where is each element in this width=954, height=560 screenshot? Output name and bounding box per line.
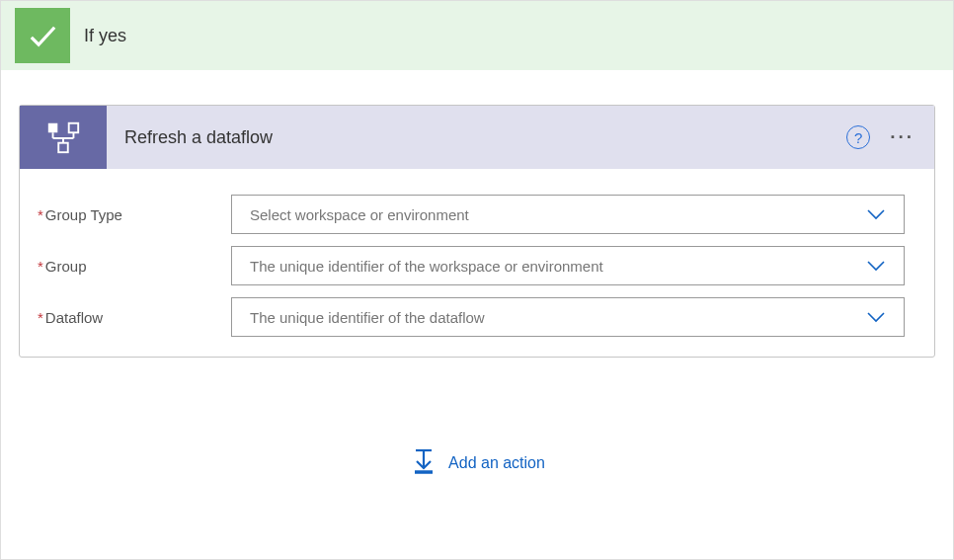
- required-asterisk: *: [38, 258, 43, 275]
- add-action-button[interactable]: Add an action: [19, 446, 935, 480]
- field-label-group: *Group: [34, 258, 231, 275]
- dropdown-placeholder: The unique identifier of the workspace o…: [250, 258, 603, 275]
- label-text: Group Type: [45, 206, 122, 223]
- dropdown-group[interactable]: The unique identifier of the workspace o…: [231, 246, 905, 285]
- form-row-group-type: *Group Type Select workspace or environm…: [34, 195, 905, 234]
- required-asterisk: *: [38, 206, 43, 223]
- if-yes-title: If yes: [84, 26, 126, 46]
- insert-step-icon: [409, 446, 438, 480]
- field-label-group-type: *Group Type: [34, 206, 231, 223]
- chevron-down-icon: [866, 311, 886, 323]
- condition-branch-container: If yes Refresh a dataflow: [0, 0, 954, 560]
- form-row-group: *Group The unique identifier of the work…: [34, 246, 905, 285]
- dataflow-icon: [20, 106, 107, 169]
- chevron-down-icon: [866, 260, 886, 272]
- checkmark-icon: [15, 8, 70, 63]
- if-yes-header[interactable]: If yes: [1, 1, 953, 70]
- help-icon[interactable]: ?: [846, 125, 870, 149]
- dropdown-group-type[interactable]: Select workspace or environment: [231, 195, 905, 234]
- chevron-down-icon: [866, 208, 886, 220]
- content-area: Refresh a dataflow ? ··· *Group Type Sel…: [1, 70, 953, 480]
- label-text: Group: [45, 258, 87, 275]
- field-label-dataflow: *Dataflow: [34, 309, 231, 326]
- svg-rect-2: [58, 143, 68, 153]
- dropdown-placeholder: The unique identifier of the dataflow: [250, 309, 485, 326]
- more-menu-icon[interactable]: ···: [890, 126, 914, 148]
- help-symbol: ?: [854, 129, 862, 146]
- dropdown-placeholder: Select workspace or environment: [250, 206, 469, 223]
- action-header[interactable]: Refresh a dataflow ? ···: [20, 106, 934, 169]
- add-action-label: Add an action: [448, 454, 545, 472]
- form-row-dataflow: *Dataflow The unique identifier of the d…: [34, 297, 905, 337]
- label-text: Dataflow: [45, 309, 103, 326]
- svg-rect-0: [48, 123, 58, 133]
- required-asterisk: *: [38, 309, 43, 326]
- action-card: Refresh a dataflow ? ··· *Group Type Sel…: [19, 105, 935, 358]
- dropdown-dataflow[interactable]: The unique identifier of the dataflow: [231, 297, 905, 337]
- action-title: Refresh a dataflow: [124, 127, 846, 148]
- form-body: *Group Type Select workspace or environm…: [20, 169, 934, 357]
- svg-rect-1: [69, 123, 79, 133]
